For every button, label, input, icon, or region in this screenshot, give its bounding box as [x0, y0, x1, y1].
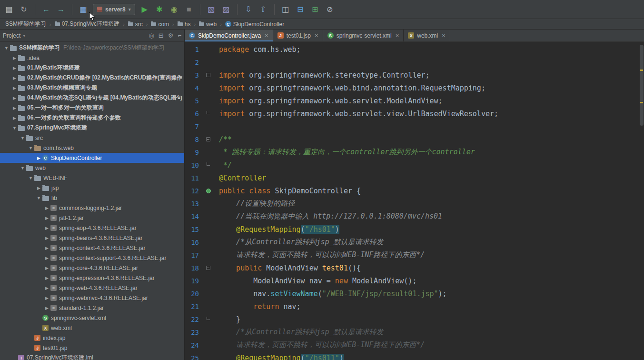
expand-arrow-icon[interactable]: ▼ [27, 176, 34, 180]
run-button[interactable]: ▶ [139, 6, 150, 13]
restricted-mode-icon[interactable]: ⊘ [325, 6, 335, 13]
save-all-icon[interactable]: ▤ [4, 6, 14, 13]
editor-scrollbar[interactable] [640, 45, 644, 126]
tree-item[interactable]: ▶04.MyBatis的动态SQL语句专题 [04.MyBatis的动态SQL语… [0, 93, 184, 103]
tab-close-icon[interactable]: × [315, 32, 318, 39]
concurrency-icon[interactable]: ▨ [221, 6, 231, 13]
expand-arrow-icon[interactable]: ▶ [11, 96, 18, 100]
code-line[interactable]: 16 /*从Controller跳转到jsp_默认是请求转发 [185, 236, 644, 249]
fold-collapse-icon[interactable] [206, 266, 210, 270]
tree-item[interactable]: ▶≡standard-1.1.2.jar [0, 303, 184, 313]
code-line[interactable]: 13 //设置映射的路径 [185, 197, 644, 210]
fold-end-icon[interactable] [207, 317, 210, 320]
expand-arrow-icon[interactable]: ▶ [43, 296, 50, 300]
expand-arrow-icon[interactable]: ▼ [27, 146, 34, 150]
database-icon[interactable]: ⊟ [295, 6, 306, 13]
expand-arrow-icon[interactable]: ▶ [43, 276, 50, 280]
code-editor[interactable]: 1package com.hs.web;23import org.springf… [185, 42, 644, 360]
code-line[interactable]: 18 public ModelAndView test01(){ [185, 261, 644, 274]
code-line[interactable]: 25 @RequestMapping("/hs011") [185, 351, 644, 360]
expand-arrow-icon[interactable]: ▼ [3, 46, 10, 50]
tree-item[interactable]: I07.SpringMvc环境搭建.iml [0, 353, 184, 360]
code-line[interactable]: 6import org.springframework.web.servlet.… [185, 107, 644, 120]
tree-item[interactable]: ▶03.MyBatis的模糊查询专题 [0, 83, 184, 93]
code-line[interactable]: 8/** [185, 133, 644, 146]
code-line[interactable]: 21 return nav; [185, 300, 644, 313]
editor-tab[interactable]: CSkipDemoController.java× [185, 30, 273, 41]
project-view-selector[interactable]: Project ▾ [3, 32, 25, 39]
tree-item[interactable]: ▶≡spring-context-support-4.3.6.RELEASE.j… [0, 253, 184, 263]
code-line[interactable]: 19 ModelAndView nav = new ModelAndView()… [185, 274, 644, 287]
code-line[interactable]: 20 nav.setViewName("/WEB-INF/jsp/result0… [185, 287, 644, 300]
breadcrumb-item[interactable]: SSM框架的学习 [4, 20, 48, 28]
tree-item[interactable]: ▶≡spring-aop-4.3.6.RELEASE.jar [0, 223, 184, 233]
back-icon[interactable]: ← [41, 6, 51, 13]
tree-item[interactable]: ▶.idea [0, 53, 184, 63]
breadcrumb-item[interactable]: src [127, 21, 144, 28]
code-line[interactable]: 22 } [185, 313, 644, 326]
structure-icon[interactable]: ◫ [280, 6, 291, 13]
run-configurations-icon[interactable]: ▦ [78, 6, 89, 13]
update-project-icon[interactable]: ⇩ [243, 6, 254, 13]
code-line[interactable]: 5import org.springframework.web.servlet.… [185, 94, 644, 107]
hide-panel-icon[interactable]: ⌐ [178, 32, 181, 39]
tree-item[interactable]: Sspringmvc-servlet.xml [0, 313, 184, 323]
code-line[interactable]: 12public class SkipDemoController { [185, 184, 644, 197]
tree-item[interactable]: ▶≡spring-beans-4.3.6.RELEASE.jar [0, 233, 184, 243]
fold-end-icon[interactable] [207, 111, 210, 114]
breadcrumb-item[interactable]: com [149, 21, 170, 28]
code-line[interactable]: 1package com.hs.web; [185, 43, 644, 56]
expand-arrow-icon[interactable]: ▶ [43, 206, 50, 210]
expand-arrow-icon[interactable]: ▶ [35, 186, 42, 190]
tree-item[interactable]: ▼lib [0, 193, 184, 203]
tree-item[interactable]: Jtest01.jsp [0, 343, 184, 353]
editor-tab[interactable]: Sspringmvc-servlet.xml× [323, 30, 404, 41]
expand-arrow-icon[interactable]: ▶ [11, 56, 18, 60]
fold-collapse-icon[interactable] [206, 137, 210, 141]
code-line[interactable]: 4import org.springframework.web.bind.ann… [185, 81, 644, 94]
fold-end-icon[interactable] [207, 162, 210, 166]
spring-bean-gutter-icon[interactable] [206, 189, 211, 193]
commit-icon[interactable]: ⇧ [258, 6, 268, 13]
tree-item[interactable]: ▶CSkipDemoController [0, 153, 184, 163]
tree-item[interactable]: ▶jsp [0, 183, 184, 193]
expand-arrow-icon[interactable]: ▼ [19, 166, 26, 170]
tab-close-icon[interactable]: × [442, 32, 446, 39]
tree-item[interactable]: ▶≡spring-context-4.3.6.RELEASE.jar [0, 243, 184, 253]
fold-collapse-icon[interactable] [206, 73, 210, 77]
code-line[interactable]: 3import org.springframework.stereotype.C… [185, 69, 644, 81]
breadcrumb-item[interactable]: CSkipDemoController [224, 21, 286, 28]
code-line[interactable]: 7 [185, 120, 644, 133]
code-line[interactable]: 10 */ [185, 159, 644, 171]
settings-gear-icon[interactable]: ⚙ [168, 32, 174, 39]
tree-item[interactable]: ▶02.MyBatis的CRUD操作 [02.MyBatis的CRUD操作(查询… [0, 73, 184, 83]
expand-arrow-icon[interactable]: ▶ [43, 266, 50, 270]
expand-arrow-icon[interactable]: ▶ [43, 236, 50, 240]
tree-item[interactable]: ▼07.SpringMvc环境搭建 [0, 123, 184, 133]
tab-close-icon[interactable]: × [396, 32, 399, 39]
breadcrumb-item[interactable]: web [198, 21, 218, 28]
tree-item[interactable]: ▼com.hs.web [0, 143, 184, 153]
expand-arrow-icon[interactable]: ▶ [11, 106, 18, 110]
tree-item[interactable]: Xweb.xml [0, 323, 184, 333]
code-line[interactable]: 14 //当我在浏览器中输入 http://127.0.0.1:8080/mvc… [185, 210, 644, 223]
breadcrumb-item[interactable]: 07.SpringMvc环境搭建 [53, 20, 121, 28]
expand-arrow-icon[interactable]: ▶ [43, 216, 50, 220]
expand-arrow-icon[interactable]: ▼ [19, 136, 26, 140]
tree-item[interactable]: ▶≡commons-logging-1.2.jar [0, 203, 184, 213]
tree-item[interactable]: ▶≡jstl-1.2.jar [0, 213, 184, 223]
expand-arrow-icon[interactable]: ▶ [43, 226, 50, 230]
code-line[interactable]: 15 @RequestMapping("/hs01") [185, 223, 644, 236]
expand-arrow-icon[interactable]: ▶ [43, 246, 50, 250]
profiler-icon[interactable]: ▧ [206, 6, 217, 13]
expand-arrow-icon[interactable]: ▼ [35, 196, 42, 200]
expand-arrow-icon[interactable]: ▶ [43, 286, 50, 290]
select-opened-file-icon[interactable]: ◎ [149, 32, 154, 39]
stop-button[interactable]: ■ [184, 6, 194, 13]
code-line[interactable]: 2 [185, 56, 644, 69]
tab-close-icon[interactable]: × [265, 32, 268, 39]
expand-arrow-icon[interactable]: ▶ [11, 116, 18, 120]
code-line[interactable]: 24 请求转发，页面不跳转，可以访问WEB-INF路径下的东西*/ [185, 339, 644, 351]
expand-arrow-icon[interactable]: ▶ [11, 86, 18, 90]
expand-arrow-icon[interactable]: ▼ [11, 126, 18, 130]
